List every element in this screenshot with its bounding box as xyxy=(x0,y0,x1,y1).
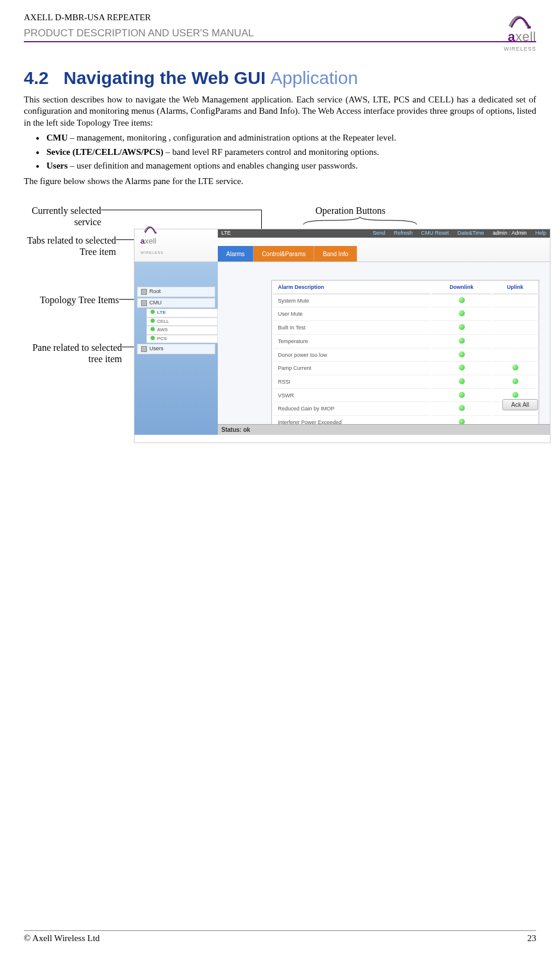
uplink-led xyxy=(493,363,537,375)
list-item-text: – management, monitoring , configuration… xyxy=(68,133,396,142)
intro-paragraph: This section describes how to navigate t… xyxy=(24,94,536,129)
downlink-led xyxy=(431,336,492,348)
ss-body: Root CMU LTE CELL AWS PCS Users Alarm De… xyxy=(134,262,550,435)
uplink-led xyxy=(493,350,537,362)
subtitle: PRODUCT DESCRIPTION AND USER'S MANUAL xyxy=(24,27,536,42)
product-name: AXELL D-MBR-USA REPEATER xyxy=(24,12,536,24)
list-item-bold: CMU xyxy=(46,133,68,142)
list-item-bold: Sevice (LTE/CELL/AWS/PCS) xyxy=(46,147,164,157)
logo-icon xyxy=(503,12,533,29)
brace-icon xyxy=(301,216,420,228)
tree-lte[interactable]: LTE xyxy=(146,309,218,317)
list-item: Users – user definition and management o… xyxy=(36,160,536,172)
uplink-led xyxy=(493,322,537,335)
list-item: CMU – management, monitoring , configura… xyxy=(36,132,536,144)
table-row: Built In Test xyxy=(273,322,537,335)
tab-band-info[interactable]: Band Info xyxy=(314,246,357,261)
list-item: Sevice (LTE/CELL/AWS/PCS) – band level R… xyxy=(36,147,536,158)
help-link[interactable]: Help xyxy=(535,230,546,236)
refresh-link[interactable]: Refresh xyxy=(394,230,413,236)
annotation-line xyxy=(101,210,262,210)
status-bar: Status: ok xyxy=(218,424,550,435)
table-row: RSSI xyxy=(273,376,537,389)
downlink-led xyxy=(431,376,492,389)
logo-subtext: WIRELESS xyxy=(503,46,536,53)
page-header: AXELL D-MBR-USA REPEATER PRODUCT DESCRIP… xyxy=(24,12,536,42)
ss-main-pane: Alarm Description Downlink Uplink System… xyxy=(218,262,550,435)
list-item-bold: Users xyxy=(46,161,68,170)
table-row: VSWR xyxy=(273,390,537,403)
tab-control-params[interactable]: Control&Params xyxy=(254,246,314,261)
alarm-name: Donor power too low xyxy=(273,350,430,362)
alarm-name: RSSI xyxy=(273,376,430,389)
ss-tabs: Alarms Control&Params Band Info xyxy=(218,246,357,261)
downlink-led xyxy=(431,403,492,416)
uplink-led xyxy=(493,309,537,321)
logo: aaxellxell WIRELESS xyxy=(503,12,536,52)
downlink-led xyxy=(431,363,492,375)
list-item-text: – band level RF parameters control and m… xyxy=(164,147,379,157)
ss-service-label: LTE xyxy=(221,230,231,237)
alarm-name: VSWR xyxy=(273,390,430,403)
downlink-led xyxy=(431,309,492,321)
alarm-table: Alarm Description Downlink Uplink System… xyxy=(271,280,539,431)
downlink-led xyxy=(431,295,492,308)
tree-users[interactable]: Users xyxy=(137,344,215,354)
ss-logo: axellWIRELESS xyxy=(134,219,218,261)
ss-top-links: Send Refresh CMU Reset Date&Time admin :… xyxy=(365,230,546,237)
downlink-led xyxy=(431,350,492,362)
ack-all-button[interactable]: Ack All xyxy=(502,399,538,410)
table-row: Donor power too low xyxy=(273,350,537,362)
cmu-reset-link[interactable]: CMU Reset xyxy=(421,230,449,236)
tree-root[interactable]: Root xyxy=(137,286,215,297)
uplink-led xyxy=(493,376,537,389)
annotation-currently-selected: Currently selected service xyxy=(24,205,101,228)
tab-alarms[interactable]: Alarms xyxy=(218,246,254,261)
alarm-name: Reduced Gain by IMOP xyxy=(273,403,430,416)
annotation-topology-tree: Topology Tree Items xyxy=(24,294,119,306)
table-row: System Mute xyxy=(273,295,537,308)
ss-sidebar: Root CMU LTE CELL AWS PCS Users xyxy=(134,262,218,435)
alarm-name: User Mute xyxy=(273,309,430,321)
send-link[interactable]: Send xyxy=(373,230,385,236)
section-title-bold: Navigating the Web GUI xyxy=(64,68,265,88)
section-heading: 4.2 Navigating the Web GUI Application xyxy=(24,66,536,89)
tree-aws[interactable]: AWS xyxy=(146,326,218,334)
bullet-list: CMU – management, monitoring , configura… xyxy=(36,132,536,172)
downlink-led xyxy=(431,390,492,403)
logo-text: aaxellxell xyxy=(503,29,536,46)
admin-label: admin : Admin xyxy=(493,230,527,236)
annotation-pane-related: Pane related to selected tree item xyxy=(24,342,122,365)
alarm-name: Pamp Current xyxy=(273,363,430,375)
post-bullets-paragraph: The figure below shows the Alarms pane f… xyxy=(24,176,536,188)
table-row: Reduced Gain by IMOP xyxy=(273,403,537,416)
uplink-led xyxy=(493,295,537,308)
tree-cell[interactable]: CELL xyxy=(146,317,218,326)
table-row: Temperature xyxy=(273,336,537,348)
annotation-tabs-related: Tabs related to selected Tree item xyxy=(24,235,116,257)
th-downlink: Downlink xyxy=(431,282,492,294)
table-row: User Mute xyxy=(273,309,537,321)
figure-wrap: Operation Buttons Currently selected ser… xyxy=(24,205,536,455)
ss-title-bar: LTE Send Refresh CMU Reset Date&Time adm… xyxy=(218,229,550,238)
alarm-name: Built In Test xyxy=(273,322,430,335)
annotation-op-buttons: Operation Buttons xyxy=(315,205,386,217)
tree-cmu[interactable]: CMU xyxy=(137,298,215,309)
alarm-name: Temperature xyxy=(273,336,430,348)
th-uplink: Uplink xyxy=(493,282,537,294)
ss-header: axellWIRELESS LTE Send Refresh CMU Reset… xyxy=(134,229,550,262)
section-title-light: Application xyxy=(271,68,358,88)
uplink-led xyxy=(493,336,537,348)
screenshot-panel: axellWIRELESS LTE Send Refresh CMU Reset… xyxy=(134,229,550,443)
tree-pcs[interactable]: PCS xyxy=(146,335,218,343)
datetime-link[interactable]: Date&Time xyxy=(458,230,484,236)
section-number: 4.2 xyxy=(24,68,49,88)
alarm-name: System Mute xyxy=(273,295,430,308)
list-item-text: – user definition and management options… xyxy=(68,161,358,170)
table-row: Pamp Current xyxy=(273,363,537,375)
th-description: Alarm Description xyxy=(273,282,430,294)
downlink-led xyxy=(431,322,492,335)
